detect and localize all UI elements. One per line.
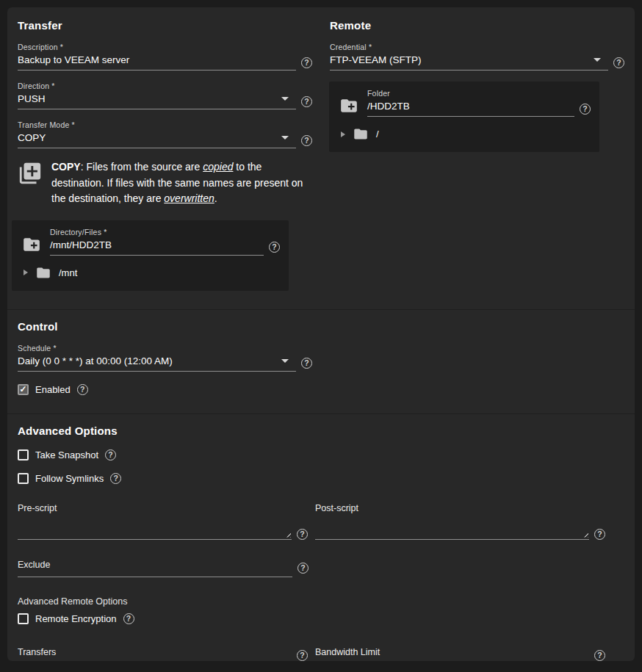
directory-picker-panel: Directory/Files * /mnt/HDD2TB ? xyxy=(12,220,289,291)
remote-folder-label: Folder xyxy=(367,89,591,98)
enabled-checkbox-row: ✓ Enabled ? xyxy=(18,384,624,395)
remote-encryption-label: Remote Encryption xyxy=(35,613,117,624)
help-icon[interactable]: ? xyxy=(297,650,308,661)
take-snapshot-checkbox-row: Take Snapshot ? xyxy=(18,449,624,460)
advanced-remote-options-label: Advanced Remote Options xyxy=(18,596,624,607)
remote-section: Remote Credential * FTP-VEEAM (SFTP) ? xyxy=(330,19,624,152)
folder-icon xyxy=(351,126,370,142)
transfer-mode-label: Transfer Mode * xyxy=(18,120,312,129)
transfer-mode-info-text: COPY: Files from the source are copied t… xyxy=(51,159,307,207)
follow-symlinks-checkbox-row: Follow Symlinks ? xyxy=(18,473,624,484)
remote-folder-picker-panel: Folder /HDD2TB ? / xyxy=(329,82,599,152)
enabled-label: Enabled xyxy=(35,384,71,395)
schedule-label: Schedule * xyxy=(18,344,312,353)
transfer-section-title: Transfer xyxy=(18,19,312,32)
new-folder-icon[interactable] xyxy=(338,96,360,115)
exclude-input[interactable]: Exclude xyxy=(18,557,292,577)
help-icon[interactable]: ? xyxy=(594,529,605,540)
section-divider xyxy=(7,309,635,310)
remote-folder-field-block: Folder /HDD2TB ? xyxy=(367,89,591,117)
help-icon[interactable]: ? xyxy=(297,529,308,540)
direction-value: PUSH xyxy=(18,93,46,104)
dropdown-arrow-icon xyxy=(281,97,289,101)
help-icon[interactable]: ? xyxy=(594,650,605,661)
help-icon[interactable]: ? xyxy=(301,135,312,146)
help-icon[interactable]: ? xyxy=(613,57,624,68)
dropdown-arrow-icon xyxy=(281,136,289,140)
post-script-textarea[interactable] xyxy=(315,516,589,540)
transfers-label: Transfers xyxy=(18,647,56,657)
help-icon[interactable]: ? xyxy=(105,449,116,460)
transfer-mode-info: COPY: Files from the source are copied t… xyxy=(18,159,312,207)
help-icon[interactable]: ? xyxy=(269,242,280,253)
pre-script-textarea[interactable] xyxy=(18,516,292,540)
dropdown-arrow-icon xyxy=(594,58,601,62)
transfer-mode-select[interactable]: COPY xyxy=(18,132,296,148)
transfers-input[interactable]: Transfers xyxy=(18,645,292,662)
bandwidth-limit-input[interactable]: Bandwidth Limit xyxy=(315,645,589,662)
scripts-grid: Pre-script ? Post-script ? xyxy=(18,503,605,540)
enabled-checkbox[interactable]: ✓ xyxy=(18,384,29,395)
folder-icon xyxy=(34,265,53,281)
help-icon[interactable]: ? xyxy=(297,563,309,574)
schedule-select[interactable]: Daily (0 0 * * *) at 00:00 (12:00 AM) xyxy=(18,355,296,372)
take-snapshot-checkbox[interactable] xyxy=(18,449,29,460)
help-icon[interactable]: ? xyxy=(301,358,312,369)
help-icon[interactable]: ? xyxy=(123,613,134,624)
transfer-section: Transfer Description * Backup to VEEAM s… xyxy=(18,19,312,291)
remote-folder-value: /HDD2TB xyxy=(367,101,410,112)
cloud-sync-task-form-card: Transfer Description * Backup to VEEAM s… xyxy=(7,7,635,661)
directory-label: Directory/Files * xyxy=(50,228,280,236)
help-icon[interactable]: ? xyxy=(580,104,591,115)
tree-node-root[interactable]: / xyxy=(338,126,591,142)
exclude-field-row: Exclude ? xyxy=(18,557,309,577)
advanced-options-section: Advanced Options Take Snapshot ? Follow … xyxy=(18,424,624,662)
pre-script-field-block: Pre-script ? xyxy=(18,503,308,540)
exclude-label: Exclude xyxy=(18,560,50,570)
credential-field-block: Credential * FTP-VEEAM (SFTP) ? xyxy=(330,43,624,71)
check-icon: ✓ xyxy=(19,385,26,394)
transfer-mode-field-block: Transfer Mode * COPY ? xyxy=(18,120,312,148)
tree-node-label: / xyxy=(376,129,379,140)
directory-field-block: Directory/Files * /mnt/HDD2TB ? xyxy=(50,228,280,256)
remote-encryption-checkbox[interactable] xyxy=(18,613,29,624)
transfers-field-row: Transfers ? xyxy=(18,645,308,662)
direction-select[interactable]: PUSH xyxy=(18,93,296,109)
control-section-title: Control xyxy=(18,320,624,333)
help-icon[interactable]: ? xyxy=(301,57,312,68)
tree-node-mnt[interactable]: /mnt xyxy=(21,265,280,281)
directory-value: /mnt/HDD2TB xyxy=(50,239,112,250)
credential-select[interactable]: FTP-VEEAM (SFTP) xyxy=(330,54,608,71)
transfer-mode-value: COPY xyxy=(18,132,46,143)
copy-add-icon xyxy=(18,161,43,186)
follow-symlinks-checkbox[interactable] xyxy=(18,473,29,484)
tree-caret-icon[interactable] xyxy=(24,270,28,275)
description-field-block: Description * Backup to VEEAM server ? xyxy=(18,43,312,71)
tree-node-label: /mnt xyxy=(59,267,77,278)
credential-label: Credential * xyxy=(330,43,624,51)
resize-handle-icon[interactable] xyxy=(285,532,291,538)
description-input[interactable]: Backup to VEEAM server xyxy=(18,54,296,71)
follow-symlinks-label: Follow Symlinks xyxy=(35,473,104,484)
help-icon[interactable]: ? xyxy=(77,384,88,395)
help-icon[interactable]: ? xyxy=(110,473,121,484)
description-value: Backup to VEEAM server xyxy=(18,54,129,65)
help-icon[interactable]: ? xyxy=(301,96,312,107)
control-section: Control Schedule * Daily (0 0 * * *) at … xyxy=(18,320,624,395)
new-folder-icon[interactable] xyxy=(21,235,43,254)
tree-caret-icon[interactable] xyxy=(341,131,345,137)
advanced-options-title: Advanced Options xyxy=(18,424,624,437)
remote-section-title: Remote xyxy=(330,19,624,32)
direction-field-block: Direction * PUSH ? xyxy=(18,82,312,109)
bandwidth-limit-label: Bandwidth Limit xyxy=(315,647,380,657)
resize-handle-icon[interactable] xyxy=(583,532,588,538)
directory-input[interactable]: /mnt/HDD2TB xyxy=(50,239,264,256)
schedule-field-block: Schedule * Daily (0 0 * * *) at 00:00 (1… xyxy=(18,344,312,372)
direction-label: Direction * xyxy=(18,82,312,90)
dropdown-arrow-icon xyxy=(281,359,289,363)
take-snapshot-label: Take Snapshot xyxy=(35,449,98,460)
transfers-bandwidth-grid: Transfers ? Bandwidth Limit ? xyxy=(18,645,605,662)
section-divider xyxy=(7,413,635,414)
remote-folder-input[interactable]: /HDD2TB xyxy=(367,101,574,117)
schedule-value: Daily (0 0 * * *) at 00:00 (12:00 AM) xyxy=(18,355,173,366)
